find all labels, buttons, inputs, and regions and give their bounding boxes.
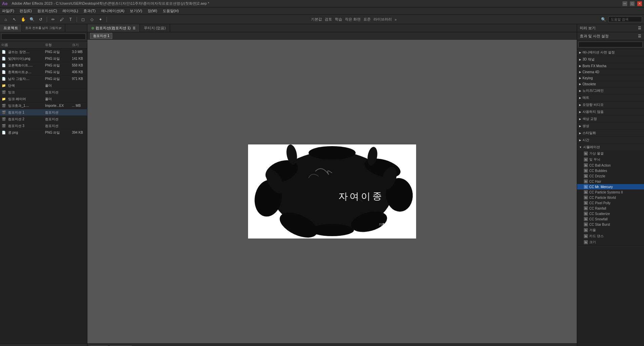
- panel-menu[interactable]: ☰: [638, 26, 641, 30]
- effect-cc-hair[interactable]: fx CC Hair: [577, 179, 644, 184]
- global-search-input[interactable]: [608, 16, 642, 22]
- list-item[interactable]: 📁 잉크 레이어 폴더: [0, 96, 87, 102]
- effect-cc-particle-systems[interactable]: fx CC Particle Systems II: [577, 189, 644, 195]
- effects-search-input[interactable]: [578, 42, 643, 47]
- workspace-small[interactable]: 작은 화면: [345, 17, 361, 22]
- tool-pen[interactable]: 🖊: [58, 16, 66, 23]
- menu-edit[interactable]: 편집(E): [19, 8, 32, 13]
- effect-label: CC Particle Systems II: [589, 190, 623, 194]
- menu-layer[interactable]: 레이어(L): [63, 8, 78, 13]
- category-header[interactable]: ▶ Cinema 4D: [577, 69, 644, 75]
- category-header[interactable]: ▶ Boris FX Mocha: [577, 63, 644, 69]
- tool-rotate[interactable]: ↺: [37, 16, 44, 23]
- list-item[interactable]: 📄 글쓰는 장면.... PNG 파일 3.0 MB: [0, 49, 87, 55]
- effect-texture[interactable]: fx 및 무늬: [577, 157, 644, 163]
- tool-brush[interactable]: ✏: [49, 16, 57, 23]
- tool-text[interactable]: T: [67, 16, 74, 23]
- tab-menu[interactable]: ☰: [133, 27, 135, 30]
- viewer-area[interactable]: 종이여자 기홍뮤소: [87, 40, 577, 343]
- tool-hand[interactable]: ✋: [19, 16, 27, 23]
- tool-mask[interactable]: ◇: [88, 16, 95, 23]
- category-header[interactable]: ▼ 시뮬레이션: [577, 144, 644, 150]
- minimize-button[interactable]: ─: [622, 1, 627, 6]
- category-color: ▶ 색상 교정: [577, 116, 644, 123]
- tab-footage[interactable]: 푸티지 (없음): [140, 24, 170, 32]
- tab-comp1[interactable]: 컴포지션(컴포지션 1) ☰: [87, 24, 140, 32]
- effect-cc-pixel-polly[interactable]: fx CC Pixel Polly: [577, 200, 644, 206]
- tool-selection[interactable]: ↖: [11, 16, 18, 23]
- menu-window[interactable]: 장(W): [148, 8, 157, 13]
- list-item[interactable]: 🎬 컴포지션 3 컴포지션 29,97: [0, 123, 87, 129]
- workspace-default[interactable]: 기본값: [311, 17, 322, 22]
- list-item[interactable]: 🎬 컴포지션 2 컴포지션 29,97: [0, 116, 87, 123]
- menu-help[interactable]: 도움말(H): [163, 8, 179, 13]
- effect-label: 크기: [589, 240, 596, 245]
- category-header[interactable]: ▶ 애니메이션 사전 설정: [577, 49, 644, 56]
- menu-animation[interactable]: 애니메이션(A): [101, 8, 125, 13]
- effect-label: CC Pixel Polly: [589, 201, 610, 205]
- maximize-button[interactable]: □: [630, 1, 635, 6]
- effect-card-dance[interactable]: fx 카드 댄스: [577, 233, 644, 239]
- png-icon: 📄: [1, 77, 6, 81]
- list-item[interactable]: 📄 흰쪽화이트.p.... PNG 파일 406 KB: [0, 69, 87, 76]
- workspace-learn[interactable]: 학습: [335, 17, 342, 22]
- menu-composition[interactable]: 컴포지션(C): [37, 8, 57, 13]
- effect-cc-star-burst[interactable]: fx CC Star Burst: [577, 222, 644, 227]
- category-label: Boris FX Mocha: [582, 64, 606, 68]
- tool-zoom[interactable]: 🔍: [28, 16, 36, 23]
- workspace-library[interactable]: 라이브러리: [373, 17, 392, 22]
- effect-cc-ball-action[interactable]: fx CC Ball Action: [577, 163, 644, 168]
- list-item[interactable]: 📄 오른쪽화이트..... PNG 파일 558 KB: [0, 62, 87, 69]
- chevron-right-icon: ▶: [579, 64, 581, 68]
- tool-puppet[interactable]: ✦: [97, 16, 104, 23]
- category-header[interactable]: ▶ 사용하지 않음: [577, 109, 644, 115]
- tool-shape[interactable]: ◻: [79, 16, 87, 23]
- effect-mirror[interactable]: fx 거울: [577, 227, 644, 233]
- category-header[interactable]: ▶ 매트: [577, 94, 644, 101]
- effect-cc-snowfall[interactable]: fx CC Snowfall: [577, 216, 644, 222]
- list-item[interactable]: 🎬 컴포지션 1 컴포지션 29,97: [0, 109, 87, 116]
- category-header[interactable]: ▶ Keying: [577, 75, 644, 81]
- list-item[interactable]: 📄 남자 그림자.... PNG 파일 971 KB: [0, 76, 87, 82]
- category-stylize: ▶ 스타일화: [577, 130, 644, 137]
- effect-cc-bubbles[interactable]: fx CC Bubbles: [577, 168, 644, 173]
- category-header[interactable]: ▶ 3D 채널: [577, 56, 644, 63]
- tab-project[interactable]: 프로젝트: [0, 24, 22, 32]
- menu-effects[interactable]: 효과(T): [83, 8, 95, 13]
- project-search-input[interactable]: [1, 34, 86, 40]
- close-button[interactable]: ✕: [637, 1, 642, 6]
- category-header[interactable]: ▶ 모양향 비디오: [577, 101, 644, 108]
- workspace-more[interactable]: »: [395, 17, 397, 21]
- menu-view[interactable]: 보기(V): [130, 8, 142, 13]
- list-item[interactable]: 📄 빛(제이아).png PNG 파일 141 KB: [0, 55, 87, 62]
- search-button[interactable]: 🔍: [600, 16, 607, 23]
- list-item[interactable]: 📁 단색 폴더: [0, 82, 87, 89]
- separator-3: [107, 17, 107, 22]
- effect-virtual-water[interactable]: fx 가상 물결: [577, 150, 644, 157]
- tab-effect-controls[interactable]: 효과 컨트롤 남자 그림자 pr: [22, 24, 65, 32]
- category-header[interactable]: ▶ 스타일화: [577, 130, 644, 136]
- workspace-standard[interactable]: 표준: [363, 17, 371, 22]
- effect-cc-scatterize[interactable]: fx CC Scatterize: [577, 211, 644, 216]
- effect-cc-drizzle[interactable]: fx CC Drizzle: [577, 173, 644, 179]
- category-header[interactable]: ▶ 생성: [577, 123, 644, 129]
- effect-size[interactable]: fx 크기: [577, 239, 644, 245]
- category-header[interactable]: ▶ 시간: [577, 137, 644, 143]
- workspace-review[interactable]: 검토: [325, 17, 332, 22]
- effects-panel-menu[interactable]: ☰: [638, 34, 641, 38]
- effect-icon: fx: [584, 240, 588, 244]
- effect-cc-particle-world[interactable]: fx CC Particle World: [577, 195, 644, 200]
- category-header[interactable]: ▶ 노이즈/그레인: [577, 87, 644, 94]
- comp-icon: 🎬: [1, 110, 6, 115]
- list-item[interactable]: 🎬 잉크 컴포지션 29,97: [0, 89, 87, 96]
- list-item[interactable]: 📄 콩.png PNG 파일 394 KB: [0, 129, 87, 136]
- effect-cc-mr-mercury[interactable]: fx CC Mr. Mercury: [577, 184, 644, 189]
- tool-home[interactable]: ⌂: [2, 16, 9, 23]
- menu-file[interactable]: 파일(F): [2, 8, 14, 13]
- effect-cc-rainfall[interactable]: fx CC Rainfall: [577, 206, 644, 211]
- category-simulation: ▼ 시뮬레이션 fx 가상 물결 fx 및 무늬 fx CC Ball Acti…: [577, 144, 644, 246]
- list-item[interactable]: 🎬 잉크효과_1.... Importe...EX ... MB 29,97: [0, 102, 87, 109]
- category-header[interactable]: ▶ 색상 교정: [577, 116, 644, 122]
- menu-items-row: 파일(F) 편집(E) 컴포지션(C) 레이어(L) 효과(T) 애니메이션(A…: [0, 7, 644, 15]
- category-header[interactable]: ▶ Obsolete: [577, 81, 644, 87]
